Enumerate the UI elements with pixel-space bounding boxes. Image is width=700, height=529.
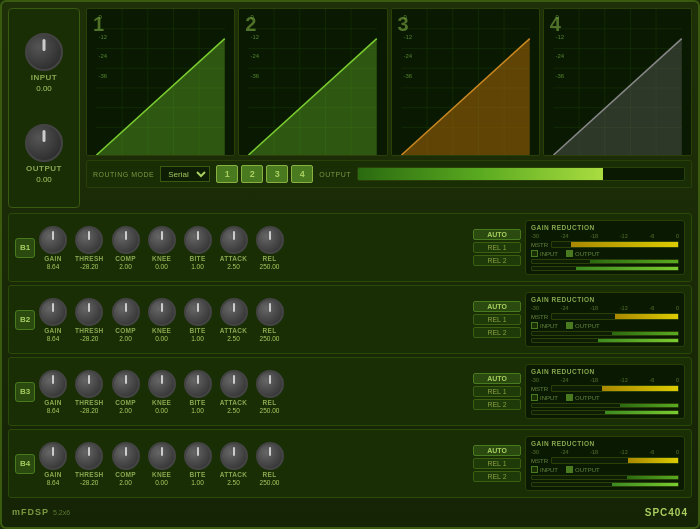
band-1-knee-label: KNEE	[152, 255, 171, 262]
band-btn-3[interactable]: 3	[266, 165, 288, 183]
band-4-bite-knob[interactable]	[184, 442, 212, 470]
band-row-1: B1 GAIN 8.64 THRESH -28.20 COMP 2.00	[8, 213, 692, 282]
svg-text:-24: -24	[555, 53, 564, 59]
band-1-auto-btn[interactable]: AUTO	[473, 229, 521, 240]
band-2-output-text: OUTPUT	[575, 323, 600, 329]
band-2-gr-in-meter	[531, 331, 679, 336]
band-1-controls: GAIN 8.64 THRESH -28.20 COMP 2.00 KNEE 0…	[39, 226, 469, 270]
band-3-rel-knob[interactable]	[256, 370, 284, 398]
band-2-rel1-btn[interactable]: REL 1	[473, 314, 521, 325]
band-3-output-check[interactable]	[566, 394, 573, 401]
band-4-gr-mstr-meter	[551, 457, 679, 464]
band-1-output-check[interactable]	[566, 250, 573, 257]
band-2-gr-scale: -30-24-18-12-60	[531, 305, 679, 311]
band-1-gain-knob[interactable]	[39, 226, 67, 254]
band-1-knee-knob[interactable]	[148, 226, 176, 254]
band-1-gr-in-bar	[590, 260, 678, 263]
band-3-knee-knob[interactable]	[148, 370, 176, 398]
band-1-input-check[interactable]	[531, 250, 538, 257]
band-1-bite-knob[interactable]	[184, 226, 212, 254]
band-4-rel1-btn[interactable]: REL 1	[473, 458, 521, 469]
band-1-gr-out-row	[531, 266, 679, 271]
band-1-attack-knob[interactable]	[220, 226, 248, 254]
band-4-rel2-btn[interactable]: REL 2	[473, 471, 521, 482]
band-1-gr-title: GAIN REDUCTION	[531, 224, 679, 231]
band-2-rel2-btn[interactable]: REL 2	[473, 327, 521, 338]
output-meter	[357, 167, 685, 181]
band-4-thresh-knob[interactable]	[75, 442, 103, 470]
band-4-comp-knob[interactable]	[112, 442, 140, 470]
band-2-io-labels: INPUT OUTPUT	[531, 322, 679, 329]
band-4-id: B4	[15, 454, 35, 474]
main-container: INPUT 0.00 OUTPUT 0.00 1	[0, 0, 700, 529]
band-1-rel1-btn[interactable]: REL 1	[473, 242, 521, 253]
band-1-comp-label: COMP	[115, 255, 136, 262]
band-1-thresh-knob[interactable]	[75, 226, 103, 254]
band-3-input-check[interactable]	[531, 394, 538, 401]
band-btn-4[interactable]: 4	[291, 165, 313, 183]
display-4-number: 4	[550, 13, 561, 36]
band-btn-1[interactable]: 1	[216, 165, 238, 183]
routing-mode-select[interactable]: Serial Parallel	[160, 166, 210, 182]
band-1-gain: GAIN 8.64	[39, 226, 67, 270]
band-3-gr-mstr-row: MSTR	[531, 385, 679, 392]
band-3-gr-out-meter	[531, 410, 679, 415]
band-row-3: B3 GAIN8.64 THRESH-28.20 COMP2.00 KNEE0.…	[8, 357, 692, 426]
band-2-rel-knob[interactable]	[256, 298, 284, 326]
band-3-comp-knob[interactable]	[112, 370, 140, 398]
band-3-auto-btn[interactable]: AUTO	[473, 373, 521, 384]
band-2-gr-mstr-meter	[551, 313, 679, 320]
band-2-bite-knob[interactable]	[184, 298, 212, 326]
band-2-attack-knob[interactable]	[220, 298, 248, 326]
band-1-comp-knob[interactable]	[112, 226, 140, 254]
band-3-gain-knob[interactable]	[39, 370, 67, 398]
band-2-gain-knob[interactable]	[39, 298, 67, 326]
band-1-gain-label: GAIN	[44, 255, 61, 262]
band-4-io-labels: INPUT OUTPUT	[531, 466, 679, 473]
band-1-knee-value: 0.00	[155, 263, 168, 270]
band-3-gr-in-meter	[531, 403, 679, 408]
band-3-id: B3	[15, 382, 35, 402]
band-2-output-check[interactable]	[566, 322, 573, 329]
band-4-output-check[interactable]	[566, 466, 573, 473]
band-4-rel-knob[interactable]	[256, 442, 284, 470]
input-knob[interactable]	[25, 33, 63, 71]
band-1-rel-label: REL	[263, 255, 277, 262]
brand-logo: mFDSP	[12, 507, 49, 517]
band-2-thresh-knob[interactable]	[75, 298, 103, 326]
band-2-knee-knob[interactable]	[148, 298, 176, 326]
svg-text:-24: -24	[403, 53, 412, 59]
band-4-gain-knob[interactable]	[39, 442, 67, 470]
band-1-attack-value: 2.50	[227, 263, 240, 270]
display-4: 4 0	[543, 8, 692, 156]
output-knob[interactable]	[25, 124, 63, 162]
band-2-input-label: INPUT	[531, 322, 558, 329]
band-4-buttons: AUTO REL 1 REL 2	[473, 445, 521, 482]
band-1-attack-label: ATTACK	[220, 255, 248, 262]
band-4-gr-in-meter	[531, 475, 679, 480]
band-4-knee-knob[interactable]	[148, 442, 176, 470]
band-4-attack-knob[interactable]	[220, 442, 248, 470]
band-2-input-check[interactable]	[531, 322, 538, 329]
band-1-rel-knob[interactable]	[256, 226, 284, 254]
output-label: OUTPUT	[319, 171, 351, 178]
band-4-gr-title: GAIN REDUCTION	[531, 440, 679, 447]
band-3-bite-knob[interactable]	[184, 370, 212, 398]
routing-mode-label: ROUTING MODE	[93, 171, 154, 178]
band-3-rel1-btn[interactable]: REL 1	[473, 386, 521, 397]
band-1-rel2-btn[interactable]: REL 2	[473, 255, 521, 266]
band-4-input-check[interactable]	[531, 466, 538, 473]
band-4-gr-mstr-row: MSTR	[531, 457, 679, 464]
band-1-comp: COMP 2.00	[112, 226, 140, 270]
band-row-2: B2 GAIN8.64 THRESH-28.20 COMP2.00 KNEE0.…	[8, 285, 692, 354]
band-1-rel: REL 250.00	[256, 226, 284, 270]
band-2-comp-knob[interactable]	[112, 298, 140, 326]
io-controls: INPUT 0.00 OUTPUT 0.00	[8, 8, 80, 208]
band-3-thresh-knob[interactable]	[75, 370, 103, 398]
band-btn-2[interactable]: 2	[241, 165, 263, 183]
band-3-attack-knob[interactable]	[220, 370, 248, 398]
band-2-auto-btn[interactable]: AUTO	[473, 301, 521, 312]
band-4-auto-btn[interactable]: AUTO	[473, 445, 521, 456]
band-3-rel2-btn[interactable]: REL 2	[473, 399, 521, 410]
band-4-gr-scale: -30-24-18-12-60	[531, 449, 679, 455]
